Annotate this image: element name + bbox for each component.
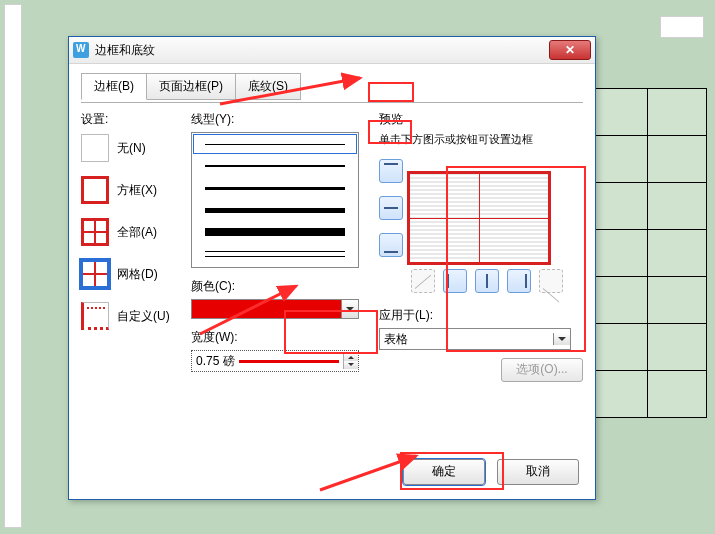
titlebar[interactable]: 边框和底纹 ✕ xyxy=(69,37,595,64)
line-style-option[interactable] xyxy=(192,177,358,199)
setting-none-label: 无(N) xyxy=(117,140,146,157)
background-table xyxy=(587,88,707,418)
edge-top-button[interactable] xyxy=(379,159,403,183)
setting-grid-label: 网格(D) xyxy=(117,266,158,283)
line-style-option[interactable] xyxy=(192,155,358,177)
edge-hmiddle-button[interactable] xyxy=(379,196,403,220)
width-preview-line xyxy=(239,360,339,363)
edge-diag2-button[interactable] xyxy=(539,269,563,293)
setting-grid-icon xyxy=(81,260,109,288)
line-style-label: 线型(Y): xyxy=(191,111,371,128)
tab-border[interactable]: 边框(B) xyxy=(81,73,147,100)
ok-button[interactable]: 确定 xyxy=(403,459,485,485)
setting-custom[interactable]: 自定义(U) xyxy=(81,302,191,330)
dialog-title: 边框和底纹 xyxy=(95,42,549,59)
line-style-option[interactable] xyxy=(192,199,358,221)
tab-page-border[interactable]: 页面边框(P) xyxy=(146,73,236,100)
apply-to-select[interactable]: 表格 xyxy=(379,328,571,350)
width-label: 宽度(W): xyxy=(191,329,371,346)
color-picker[interactable] xyxy=(191,299,359,319)
width-spinner[interactable]: 0.75 磅 xyxy=(191,350,359,372)
color-swatch xyxy=(192,300,341,318)
dropdown-arrow-icon[interactable] xyxy=(341,300,358,318)
tab-shading[interactable]: 底纹(S) xyxy=(235,73,301,100)
edge-bottom-button[interactable] xyxy=(379,233,403,257)
edge-vmiddle-button[interactable] xyxy=(475,269,499,293)
setting-box-label: 方框(X) xyxy=(117,182,157,199)
dropdown-arrow-icon[interactable] xyxy=(553,333,570,345)
setting-custom-icon xyxy=(81,302,109,330)
preview-label: 预览 xyxy=(379,111,583,128)
edge-diag1-button[interactable] xyxy=(411,269,435,293)
line-style-option[interactable] xyxy=(192,221,358,243)
edge-left-button[interactable] xyxy=(443,269,467,293)
width-value: 0.75 磅 xyxy=(196,353,235,370)
apply-to-value: 表格 xyxy=(380,331,553,348)
spin-down-icon[interactable] xyxy=(344,361,358,369)
borders-shading-dialog: 边框和底纹 ✕ 边框(B) 页面边框(P) 底纹(S) 设置: 无(N) 方框(… xyxy=(68,36,596,500)
settings-label: 设置: xyxy=(81,111,191,128)
setting-box[interactable]: 方框(X) xyxy=(81,176,191,204)
setting-all-icon xyxy=(81,218,109,246)
edge-right-button[interactable] xyxy=(507,269,531,293)
setting-none-icon xyxy=(81,134,109,162)
options-button: 选项(O)... xyxy=(501,358,583,382)
preview-diagram[interactable] xyxy=(409,173,549,263)
setting-custom-label: 自定义(U) xyxy=(117,308,170,325)
line-style-option[interactable] xyxy=(192,243,358,265)
line-style-list[interactable] xyxy=(191,132,359,268)
apply-to-label: 应用于(L): xyxy=(379,307,583,324)
preview-hint: 单击下方图示或按钮可设置边框 xyxy=(379,132,583,147)
color-label: 颜色(C): xyxy=(191,278,371,295)
setting-all[interactable]: 全部(A) xyxy=(81,218,191,246)
setting-box-icon xyxy=(81,176,109,204)
background-gutter xyxy=(4,4,22,528)
close-button[interactable]: ✕ xyxy=(549,40,591,60)
cancel-button[interactable]: 取消 xyxy=(497,459,579,485)
app-icon xyxy=(73,42,89,58)
spin-up-icon[interactable] xyxy=(344,353,358,361)
tab-strip: 边框(B) 页面边框(P) 底纹(S) xyxy=(81,72,583,99)
setting-none[interactable]: 无(N) xyxy=(81,134,191,162)
background-widget xyxy=(660,16,704,38)
setting-all-label: 全部(A) xyxy=(117,224,157,241)
setting-grid[interactable]: 网格(D) xyxy=(81,260,191,288)
line-style-option[interactable] xyxy=(192,133,358,155)
